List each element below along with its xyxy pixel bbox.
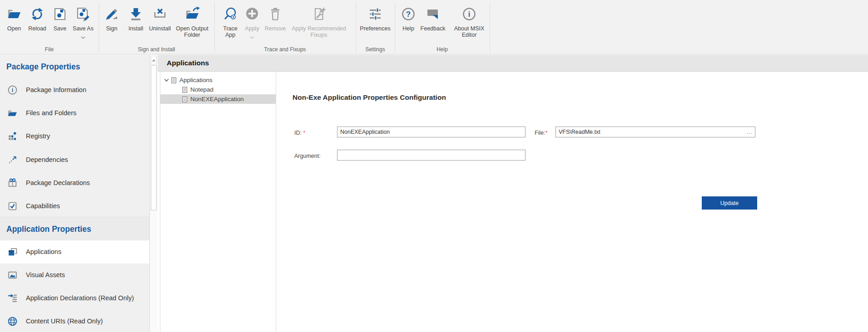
required-asterisk: * bbox=[546, 130, 548, 136]
tree-item-applications-root[interactable]: Applications bbox=[160, 75, 276, 85]
apply-dropdown-chevron-icon bbox=[250, 33, 254, 41]
sidebar-navigation: Package Properties i Package Information… bbox=[0, 55, 150, 332]
help-label: Help bbox=[402, 25, 414, 32]
tree-item-nonexeapplication[interactable]: NonEXEApplication bbox=[160, 94, 276, 104]
id-field-label: ID: * bbox=[294, 130, 305, 136]
document-list-icon bbox=[171, 77, 177, 83]
remove-button[interactable]: Remove bbox=[262, 3, 289, 32]
arrow-into-list-icon bbox=[7, 293, 18, 303]
document-list-icon bbox=[182, 87, 188, 93]
open-output-folder-button[interactable]: Open Output Folder bbox=[172, 3, 212, 38]
save-button[interactable]: Save bbox=[50, 3, 69, 32]
sidebar-item-capabilities[interactable]: Capabilities bbox=[0, 195, 149, 218]
open-button[interactable]: Open bbox=[4, 3, 25, 32]
save-label: Save bbox=[54, 25, 67, 32]
save-as-button[interactable]: Save As bbox=[70, 3, 96, 41]
info-circle-icon: i bbox=[7, 85, 18, 95]
scrollbar-up-arrow[interactable] bbox=[151, 56, 157, 64]
tree-item-label: Notepad bbox=[190, 86, 213, 93]
apply-button[interactable]: Apply bbox=[242, 3, 263, 41]
sidebar-section-title-package-properties: Package Properties bbox=[6, 62, 80, 72]
dependencies-arrow-icon bbox=[7, 155, 18, 165]
reload-icon bbox=[30, 3, 45, 25]
globe-icon bbox=[7, 316, 18, 327]
uninstall-button[interactable]: Uninstall bbox=[145, 3, 174, 32]
ribbon-group-label-sign-install: Sign and Install bbox=[99, 46, 214, 53]
apply-recommended-fixups-label: Apply Recommended Fixups bbox=[287, 25, 351, 38]
save-as-label: Save As bbox=[73, 25, 94, 32]
open-label: Open bbox=[7, 25, 21, 32]
trace-app-label: Trace App bbox=[220, 25, 241, 38]
install-button[interactable]: Install bbox=[124, 3, 147, 32]
file-field-label: File:* bbox=[535, 130, 548, 136]
remove-trash-icon bbox=[268, 3, 283, 25]
sidebar-item-registry[interactable]: Registry bbox=[0, 125, 149, 148]
sidebar-item-content-uris[interactable]: Content URIs (Read Only) bbox=[0, 310, 149, 332]
ribbon-group-help: ? Help Feedback i About MSIX Editor Help bbox=[395, 0, 490, 54]
apply-label: Apply bbox=[245, 25, 259, 32]
feedback-button[interactable]: Feedback bbox=[418, 3, 447, 32]
preferences-label: Preferences bbox=[360, 25, 390, 32]
svg-text:i: i bbox=[468, 10, 470, 18]
open-output-folder-icon bbox=[184, 3, 200, 25]
about-msix-editor-label: About MSIX Editor bbox=[450, 25, 488, 38]
tree-item-notepad[interactable]: Notepad bbox=[160, 85, 276, 94]
sidebar-item-application-declarations[interactable]: Application Declarations (Read Only) bbox=[0, 287, 149, 310]
sidebar-item-files-and-folders[interactable]: Files and Folders bbox=[0, 102, 149, 125]
sidebar-section-title-application-properties: Application Properties bbox=[6, 225, 91, 234]
sign-button[interactable]: Sign bbox=[103, 3, 121, 32]
feedback-label: Feedback bbox=[421, 25, 446, 32]
uninstall-icon bbox=[152, 3, 168, 25]
ribbon-group-label-settings: Settings bbox=[356, 46, 395, 53]
ribbon-group-trace-fixups: Trace App Apply Remove bbox=[214, 0, 356, 54]
registry-grid-icon bbox=[7, 131, 18, 142]
scrollbar-thumb[interactable] bbox=[151, 65, 157, 210]
svg-text:?: ? bbox=[406, 10, 411, 19]
trace-app-button[interactable]: Trace App bbox=[220, 3, 241, 38]
apply-recommended-fixups-icon bbox=[311, 3, 327, 25]
sidebar-scrollbar[interactable] bbox=[150, 55, 158, 332]
document-list-icon bbox=[182, 96, 188, 103]
ribbon-group-file: Open Reload Save Save As bbox=[0, 0, 99, 54]
sign-pencil-icon bbox=[104, 3, 119, 25]
ribbon-group-sign-install: Sign Install Uninstall Open Output Folde… bbox=[99, 0, 214, 54]
uninstall-label: Uninstall bbox=[149, 25, 171, 32]
page-title: Applications bbox=[167, 55, 209, 71]
id-input[interactable] bbox=[337, 127, 526, 137]
save-as-dropdown-chevron-icon[interactable] bbox=[81, 33, 85, 41]
preferences-sliders-icon bbox=[367, 3, 383, 25]
install-arrow-icon bbox=[128, 3, 144, 25]
apply-recommended-fixups-button[interactable]: Apply Recommended Fixups bbox=[287, 3, 351, 38]
preferences-button[interactable]: Preferences bbox=[357, 3, 393, 32]
sidebar-item-applications[interactable]: Applications bbox=[0, 240, 149, 264]
browse-ellipsis-button[interactable]: ... bbox=[745, 127, 755, 137]
ribbon-group-label-help: Help bbox=[395, 46, 490, 53]
argument-field-label: Argument: bbox=[294, 153, 321, 159]
checkbox-check-icon bbox=[7, 201, 18, 211]
update-button[interactable]: Update bbox=[702, 196, 757, 210]
reload-label: Reload bbox=[28, 25, 46, 32]
help-button[interactable]: ? Help bbox=[399, 3, 417, 32]
sidebar-item-package-declarations[interactable]: Package Declarations bbox=[0, 171, 149, 195]
reload-button[interactable]: Reload bbox=[26, 3, 49, 32]
chevron-down-icon[interactable] bbox=[164, 77, 169, 83]
file-input[interactable] bbox=[556, 127, 745, 137]
ribbon-group-settings: Preferences Settings bbox=[356, 0, 395, 54]
about-msix-editor-button[interactable]: i About MSIX Editor bbox=[450, 3, 488, 38]
about-info-icon: i bbox=[461, 3, 477, 25]
ribbon-toolbar: Open Reload Save Save As bbox=[0, 0, 868, 54]
open-folder-icon bbox=[6, 3, 22, 25]
sidebar-item-dependencies[interactable]: Dependencies bbox=[0, 148, 149, 171]
open-output-folder-label: Open Output Folder bbox=[172, 25, 212, 38]
argument-input[interactable] bbox=[337, 150, 526, 161]
sidebar-item-package-information[interactable]: i Package Information bbox=[0, 78, 149, 102]
content-header-band: Applications bbox=[158, 55, 868, 72]
svg-text:i: i bbox=[12, 87, 13, 93]
trace-app-magnifier-icon bbox=[223, 3, 238, 25]
file-field: ... bbox=[556, 127, 755, 137]
sign-label: Sign bbox=[106, 25, 117, 32]
help-question-icon: ? bbox=[401, 3, 416, 25]
sidebar-item-visual-assets[interactable]: Visual Assets bbox=[0, 264, 149, 287]
ribbon-group-label-trace-fixups: Trace and Fixups bbox=[214, 46, 356, 53]
ribbon-separator bbox=[490, 2, 490, 52]
